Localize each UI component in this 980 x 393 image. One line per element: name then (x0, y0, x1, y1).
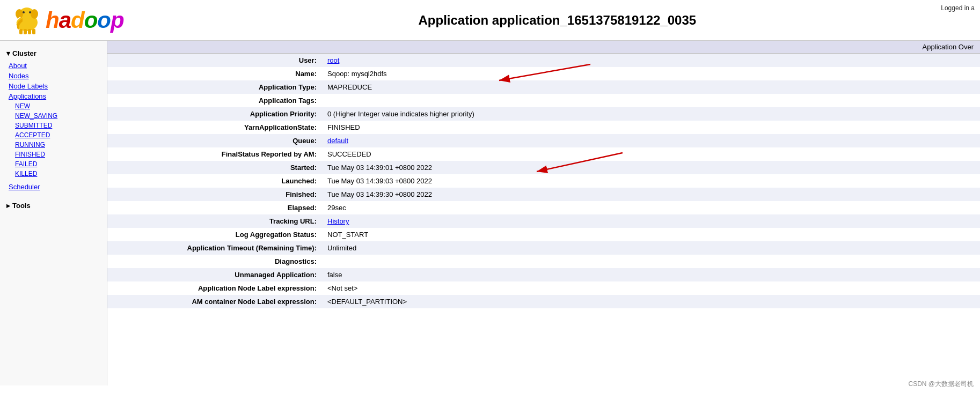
applications-sub-nav: NEW NEW_SAVING SUBMITTED ACCEPTED RUNNIN… (0, 101, 107, 179)
sidebar-item-finished[interactable]: FINISHED (15, 150, 107, 159)
sidebar-item-failed[interactable]: FAILED (15, 159, 107, 169)
svg-rect-9 (32, 29, 35, 34)
section-header: Application Over (107, 41, 980, 54)
row-label: Application Priority: (107, 107, 322, 121)
table-row: Application Timeout (Remaining Time):Unl… (107, 241, 980, 255)
table-row: Tracking URL:History (107, 214, 980, 228)
svg-point-4 (23, 11, 25, 13)
sidebar-item-nodes[interactable]: Nodes (9, 71, 107, 81)
hadoop-elephant-icon (11, 5, 43, 35)
svg-rect-7 (24, 29, 27, 34)
row-value: false (322, 268, 980, 281)
row-label: Tracking URL: (107, 214, 322, 228)
table-row: Diagnostics: (107, 255, 980, 268)
row-label: AM container Node Label expression: (107, 295, 322, 308)
table-row: Queue:default (107, 134, 980, 147)
cluster-arrow-icon: ▾ (6, 49, 10, 57)
table-row: Elapsed:29sec (107, 201, 980, 214)
table-row: Unmanaged Application:false (107, 268, 980, 281)
sidebar-item-node-labels[interactable]: Node Labels (9, 81, 107, 91)
header: hadoop Application application_165137581… (0, 0, 980, 41)
cluster-section-title[interactable]: ▾ Cluster (0, 46, 107, 61)
sidebar-item-killed[interactable]: KILLED (15, 169, 107, 179)
row-value: MAPREDUCE (322, 80, 980, 94)
table-row: YarnApplicationState:FINISHED (107, 121, 980, 134)
row-label: Application Type: (107, 80, 322, 94)
row-label: Unmanaged Application: (107, 268, 322, 281)
row-value: NOT_START (322, 228, 980, 241)
row-label: YarnApplicationState: (107, 121, 322, 134)
logo: hadoop (11, 5, 124, 35)
layout: ▾ Cluster About Nodes Node Labels Applic… (0, 41, 980, 385)
sidebar-item-new-saving[interactable]: NEW_SAVING (15, 111, 107, 121)
row-label: Application Node Label expression: (107, 281, 322, 295)
table-row: Application Priority:0 (Higher Integer v… (107, 107, 980, 121)
sidebar-item-accepted[interactable]: ACCEPTED (15, 130, 107, 140)
main-content: Application Over (107, 41, 980, 385)
table-row: Launched:Tue May 03 14:39:03 +0800 2022 (107, 174, 980, 188)
row-value: Tue May 03 14:39:03 +0800 2022 (322, 174, 980, 188)
sidebar-item-about[interactable]: About (9, 61, 107, 71)
svg-point-3 (31, 9, 38, 19)
cluster-nav: About Nodes Node Labels Applications (0, 61, 107, 101)
row-value (322, 255, 980, 268)
table-row: AM container Node Label expression:<DEFA… (107, 295, 980, 308)
content-area: User:rootName:Sqoop: mysql2hdfsApplicati… (107, 54, 980, 308)
svg-rect-8 (28, 29, 31, 34)
row-label: Application Timeout (Remaining Time): (107, 241, 322, 255)
tools-label: Tools (12, 202, 31, 210)
page-title: Application application_1651375819122_00… (145, 13, 969, 28)
table-row: Application Tags: (107, 94, 980, 107)
scheduler-nav: Scheduler (0, 182, 107, 192)
section-title: Application Over (923, 43, 974, 51)
row-label: Finished: (107, 188, 322, 201)
row-value: 0 (Higher Integer value indicates higher… (322, 107, 980, 121)
row-value: Unlimited (322, 241, 980, 255)
row-value: <Not set> (322, 281, 980, 295)
svg-point-5 (29, 11, 31, 13)
row-value: FINISHED (322, 121, 980, 134)
app-info-table: User:rootName:Sqoop: mysql2hdfsApplicati… (107, 54, 980, 308)
table-row: FinalStatus Reported by AM:SUCCEEDED (107, 147, 980, 161)
svg-rect-6 (19, 29, 23, 34)
row-label: Launched: (107, 174, 322, 188)
row-label: Diagnostics: (107, 255, 322, 268)
watermark: CSDN @大数据老司机 (908, 380, 974, 385)
row-value: 29sec (322, 201, 980, 214)
row-label: Application Tags: (107, 94, 322, 107)
table-row: Started:Tue May 03 14:39:01 +0800 2022 (107, 161, 980, 174)
tools-arrow-icon: ▸ (6, 202, 10, 210)
row-label: Name: (107, 67, 322, 80)
row-label: Queue: (107, 134, 322, 147)
sidebar-item-running[interactable]: RUNNING (15, 140, 107, 150)
row-value (322, 94, 980, 107)
tools-section-title[interactable]: ▸ Tools (0, 196, 107, 213)
logo-text: hadoop (46, 9, 124, 32)
table-row: Log Aggregation Status:NOT_START (107, 228, 980, 241)
table-row: Finished:Tue May 03 14:39:30 +0800 2022 (107, 188, 980, 201)
row-value: Tue May 03 14:39:01 +0800 2022 (322, 161, 980, 174)
sidebar-item-scheduler[interactable]: Scheduler (9, 182, 107, 192)
table-row: Application Node Label expression:<Not s… (107, 281, 980, 295)
table-row: Application Type:MAPREDUCE (107, 80, 980, 94)
logged-in-text: Logged in a (941, 4, 975, 12)
sidebar-item-applications[interactable]: Applications (9, 91, 107, 101)
row-value: <DEFAULT_PARTITION> (322, 295, 980, 308)
row-value: SUCCEEDED (322, 147, 980, 161)
table-row: Name:Sqoop: mysql2hdfs (107, 67, 980, 80)
row-value: Tue May 03 14:39:30 +0800 2022 (322, 188, 980, 201)
sidebar-item-submitted[interactable]: SUBMITTED (15, 121, 107, 130)
sidebar: ▾ Cluster About Nodes Node Labels Applic… (0, 41, 107, 385)
row-label: FinalStatus Reported by AM: (107, 147, 322, 161)
row-label: Started: (107, 161, 322, 174)
row-label: User: (107, 54, 322, 67)
row-value: History (322, 214, 980, 228)
row-value: Sqoop: mysql2hdfs (322, 67, 980, 80)
sidebar-item-new[interactable]: NEW (15, 101, 107, 111)
row-label: Elapsed: (107, 201, 322, 214)
cluster-label: Cluster (12, 49, 36, 57)
row-value: root (322, 54, 980, 67)
row-value: default (322, 134, 980, 147)
table-row: User:root (107, 54, 980, 67)
row-label: Log Aggregation Status: (107, 228, 322, 241)
